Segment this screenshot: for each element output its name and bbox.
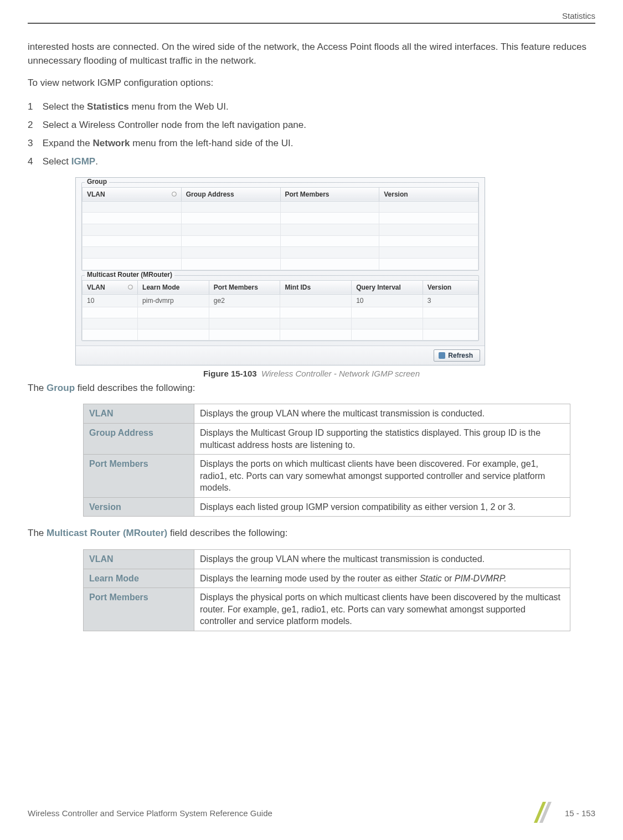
field-name: Port Members	[84, 455, 194, 498]
mrouter-col-qint[interactable]: Query Interval	[352, 280, 423, 294]
field-desc: Displays the physical ports on which mul…	[194, 588, 570, 631]
field-name: Port Members	[84, 588, 194, 631]
step-text-post: .	[95, 156, 98, 167]
mrouter-col-ports[interactable]: Port Members	[209, 280, 280, 294]
group-legend: Group	[85, 178, 109, 185]
mrouter-intro: The Multicast Router (MRouter) field des…	[28, 527, 595, 540]
mrouter-table: VLAN Learn Mode Port Members Mint IDs Qu…	[82, 280, 478, 341]
step-number: 3	[28, 136, 40, 151]
cell-qint: 10	[352, 294, 423, 307]
step-bold: Network	[92, 138, 130, 148]
cell-version: 3	[423, 294, 478, 307]
group-col-address[interactable]: Group Address	[181, 187, 280, 201]
group-intro: The Group field describes the following:	[28, 382, 595, 395]
step-bold: IGMP	[71, 156, 95, 167]
step-text-pre: Select a Wireless Controller node from t…	[43, 120, 306, 130]
table-row: Version Displays each listed group IGMP …	[84, 497, 570, 517]
mrouter-col-vlan[interactable]: VLAN	[83, 280, 138, 294]
figure-label: Figure 15-103	[203, 369, 257, 378]
mrouter-fieldset: Multicast Router (MRouter) VLAN Learn Mo…	[81, 275, 479, 341]
field-name: VLAN	[84, 550, 194, 569]
table-row: VLAN Displays the group VLAN where the m…	[84, 550, 570, 569]
table-row: Port Members Displays the physical ports…	[84, 588, 570, 631]
field-name: Group Address	[84, 423, 194, 454]
cell-learn: pim-dvmrp	[138, 294, 209, 307]
table-row: Group Address Displays the Multicast Gro…	[84, 423, 570, 454]
page-footer: Wireless Controller and Service Platform…	[28, 800, 595, 827]
button-bar: Refresh	[76, 346, 485, 365]
table-row	[83, 247, 478, 259]
screenshot-figure: Group VLAN Group Address Port Members Ve…	[75, 177, 595, 365]
group-col-vlan[interactable]: VLAN	[83, 187, 182, 201]
igmp-screen: Group VLAN Group Address Port Members Ve…	[75, 177, 485, 365]
mrouter-col-learn[interactable]: Learn Mode	[138, 280, 209, 294]
step-number: 4	[28, 154, 40, 169]
field-desc: Displays the group VLAN where the multic…	[194, 404, 570, 424]
footer-page-number: 15 - 153	[565, 808, 595, 818]
header-rule	[28, 23, 595, 24]
mrouter-fields-table: VLAN Displays the group VLAN where the m…	[83, 549, 570, 631]
table-row[interactable]: 10 pim-dvmrp ge2 10 3	[83, 294, 478, 307]
step-number: 1	[28, 99, 40, 114]
sort-indicator-icon	[172, 192, 177, 197]
refresh-button[interactable]: Refresh	[434, 349, 480, 362]
table-row	[83, 235, 478, 247]
cell-vlan: 10	[83, 294, 138, 307]
cell-ports: ge2	[209, 294, 280, 307]
refresh-label: Refresh	[448, 352, 473, 359]
group-col-ports[interactable]: Port Members	[280, 187, 379, 201]
mrouter-col-version[interactable]: Version	[423, 280, 478, 294]
table-row: Learn Mode Displays the learning mode us…	[84, 569, 570, 588]
table-row	[83, 213, 478, 224]
step-text-pre: Expand the	[43, 138, 93, 148]
step-text-post: menu from the Web UI.	[129, 101, 229, 112]
field-desc: Displays the ports on which multicast cl…	[194, 455, 570, 498]
intro-paragraph-2: To view network IGMP configuration optio…	[28, 76, 595, 90]
group-fieldset: Group VLAN Group Address Port Members Ve…	[81, 182, 479, 271]
field-desc: Displays the group VLAN where the multic…	[194, 550, 570, 569]
mrouter-col-mint[interactable]: Mint IDs	[280, 280, 352, 294]
step-4: 4 Select IGMP.	[28, 154, 595, 169]
step-text-post: menu from the left-hand side of the UI.	[130, 138, 294, 148]
table-row	[83, 258, 478, 270]
sort-indicator-icon	[128, 285, 133, 290]
cell-mint	[280, 294, 352, 307]
field-name: Version	[84, 497, 194, 517]
group-fields-table: VLAN Displays the group VLAN where the m…	[83, 404, 570, 517]
group-col-version[interactable]: Version	[379, 187, 478, 201]
table-row	[83, 307, 478, 318]
intro-paragraph-1: interested hosts are connected. On the w…	[28, 40, 595, 68]
field-desc: Displays each listed group IGMP version …	[194, 497, 570, 517]
table-row: Port Members Displays the ports on which…	[84, 455, 570, 498]
field-desc: Displays the Multicast Group ID supporti…	[194, 423, 570, 454]
refresh-icon	[439, 352, 445, 359]
figure-description: Wireless Controller - Network IGMP scree…	[261, 369, 420, 378]
field-desc: Displays the learning mode used by the r…	[194, 569, 570, 588]
step-number: 2	[28, 117, 40, 132]
group-table: VLAN Group Address Port Members Version	[82, 187, 478, 270]
table-row: VLAN Displays the group VLAN where the m…	[84, 404, 570, 424]
steps-list: 1 Select the Statistics menu from the We…	[28, 99, 595, 169]
page-header-section: Statistics	[28, 11, 595, 20]
step-bold: Statistics	[87, 101, 129, 112]
footer-title: Wireless Controller and Service Platform…	[28, 808, 519, 818]
step-3: 3 Expand the Network menu from the left-…	[28, 136, 595, 151]
step-1: 1 Select the Statistics menu from the We…	[28, 99, 595, 114]
step-text-pre: Select	[43, 156, 71, 167]
step-2: 2 Select a Wireless Controller node from…	[28, 117, 595, 132]
mrouter-legend: Multicast Router (MRouter)	[85, 271, 174, 279]
footer-slash-icon	[529, 800, 555, 827]
table-row	[83, 318, 478, 329]
field-name: Learn Mode	[84, 569, 194, 588]
field-name: VLAN	[84, 404, 194, 424]
step-text-pre: Select the	[43, 101, 87, 112]
figure-caption: Figure 15-103 Wireless Controller - Netw…	[28, 369, 595, 378]
table-row	[83, 224, 478, 235]
table-row	[83, 201, 478, 213]
table-row	[83, 329, 478, 340]
